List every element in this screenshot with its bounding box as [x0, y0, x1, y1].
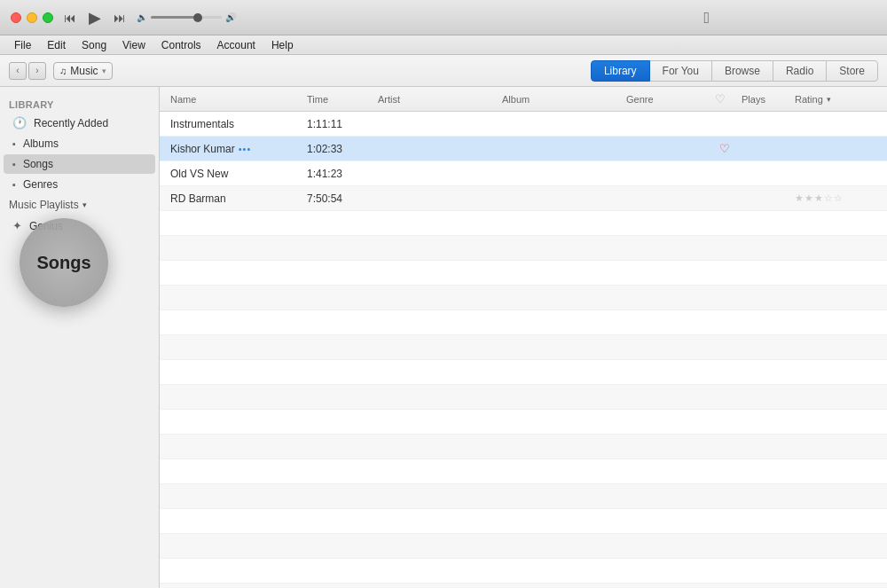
top-tabs: Library For You Browse Radio Store	[592, 60, 878, 82]
cell-time: 1:41:23	[303, 168, 374, 180]
menu-account[interactable]: Account	[210, 37, 263, 53]
volume-thumb	[193, 13, 202, 22]
empty-row	[160, 286, 887, 310]
songs-label: Songs	[23, 158, 53, 170]
cell-heart[interactable]: ♡	[711, 142, 738, 155]
sidebar-item-songs[interactable]: ▪ Songs	[4, 154, 155, 174]
table-row[interactable]: RD Barman 7:50:54 ★★★☆☆	[160, 186, 887, 211]
nav-arrows: ‹ ›	[9, 62, 46, 80]
recently-added-icon: 🕐	[12, 116, 27, 129]
playlists-arrow-icon: ▾	[82, 200, 87, 209]
table-row[interactable]: Instrumentals 1:11:11	[160, 112, 887, 137]
cell-time: 1:02:33	[303, 143, 374, 155]
nav-forward-button[interactable]: ›	[28, 62, 46, 80]
empty-row	[160, 534, 887, 559]
table-header: Name Time Artist Album Genre ♡ Plays Rat…	[160, 87, 887, 112]
apple-logo: 	[703, 8, 710, 27]
minimize-button[interactable]	[27, 12, 37, 23]
tab-for-you[interactable]: For You	[649, 60, 712, 82]
menu-bar: File Edit Song View Controls Account Hel…	[0, 35, 887, 55]
library-section-label: Library	[0, 94, 159, 112]
cell-name: Old VS New	[167, 168, 303, 180]
sidebar: Library 🕐 Recently Added ▪ Albums ▪ Song…	[0, 87, 160, 588]
albums-label: Albums	[23, 137, 59, 150]
source-selector[interactable]: ♫ Music ▾	[53, 62, 113, 80]
rating-dropdown-icon[interactable]: ▾	[827, 95, 831, 104]
volume-high-icon: 🔊	[225, 12, 236, 22]
col-name[interactable]: Name	[167, 90, 303, 107]
col-plays[interactable]: Plays	[738, 90, 791, 107]
empty-row	[160, 459, 887, 484]
sidebar-item-recently-added[interactable]: 🕐 Recently Added	[4, 113, 155, 133]
nav-bar: ‹ › ♫ Music ▾ Library For You Browse Rad…	[0, 55, 887, 87]
table-body: Instrumentals 1:11:11 Kishor Kumar ••• 1…	[160, 112, 887, 588]
menu-edit[interactable]: Edit	[40, 37, 73, 53]
playlists-label: Music Playlists	[9, 199, 79, 211]
volume-track[interactable]	[151, 16, 222, 19]
empty-row	[160, 261, 887, 286]
close-button[interactable]	[11, 12, 21, 23]
empty-row	[160, 385, 887, 410]
tab-browse[interactable]: Browse	[711, 60, 773, 82]
col-album[interactable]: Album	[498, 90, 623, 107]
table-row[interactable]: Kishor Kumar ••• 1:02:33 ♡	[160, 137, 887, 161]
sidebar-item-albums[interactable]: ▪ Albums	[4, 134, 155, 153]
songs-icon: ▪	[12, 159, 16, 169]
genres-label: Genres	[23, 178, 58, 191]
cell-time: 1:11:11	[303, 118, 374, 130]
source-label: Music	[70, 65, 98, 77]
tab-library[interactable]: Library	[591, 60, 650, 82]
menu-view[interactable]: View	[115, 37, 153, 53]
cell-rating[interactable]: ★★★☆☆	[791, 192, 880, 204]
menu-controls[interactable]: Controls	[154, 37, 208, 53]
empty-row	[160, 484, 887, 509]
empty-row	[160, 236, 887, 261]
tab-store[interactable]: Store	[826, 60, 878, 82]
empty-row	[160, 584, 887, 588]
cell-time: 7:50:54	[303, 192, 374, 205]
source-dropdown-icon: ▾	[102, 67, 106, 75]
table-row[interactable]: Old VS New 1:41:23	[160, 161, 887, 186]
playback-controls: ⏮ ▶ ⏭	[64, 8, 126, 27]
rewind-button[interactable]: ⏮	[64, 11, 76, 25]
col-heart: ♡	[711, 90, 738, 107]
menu-file[interactable]: File	[7, 37, 38, 53]
playlists-section[interactable]: Music Playlists ▾	[0, 195, 159, 215]
songs-overlay-label: Songs	[36, 253, 90, 273]
col-rating[interactable]: Rating ▾	[791, 90, 880, 107]
empty-row	[160, 509, 887, 534]
empty-row	[160, 310, 887, 335]
empty-row	[160, 410, 887, 435]
genius-icon: ✦	[12, 219, 22, 232]
albums-icon: ▪	[12, 138, 16, 149]
cell-name: Kishor Kumar •••	[167, 143, 303, 155]
content-area: Name Time Artist Album Genre ♡ Plays Rat…	[160, 87, 887, 588]
title-bar: ⏮ ▶ ⏭ 🔈 🔊 	[0, 0, 887, 35]
cell-name: Instrumentals	[167, 118, 303, 130]
volume-low-icon: 🔈	[137, 12, 147, 22]
window-controls	[11, 12, 53, 23]
menu-help[interactable]: Help	[264, 37, 301, 53]
empty-row	[160, 559, 887, 584]
tab-radio[interactable]: Radio	[773, 60, 827, 82]
rating-label: Rating	[795, 94, 823, 105]
nav-back-button[interactable]: ‹	[9, 62, 27, 80]
empty-row	[160, 360, 887, 385]
volume-slider[interactable]: 🔈 🔊	[137, 12, 236, 22]
col-genre[interactable]: Genre	[623, 90, 711, 107]
empty-row	[160, 335, 887, 360]
genres-icon: ▪	[12, 179, 16, 190]
forward-button[interactable]: ⏭	[114, 11, 126, 25]
col-time[interactable]: Time	[303, 90, 374, 107]
music-icon: ♫	[59, 66, 67, 76]
col-artist[interactable]: Artist	[374, 90, 498, 107]
empty-row	[160, 211, 887, 236]
menu-song[interactable]: Song	[75, 37, 114, 53]
maximize-button[interactable]	[43, 12, 53, 23]
empty-row	[160, 435, 887, 459]
cell-name: RD Barman	[167, 192, 303, 205]
songs-overlay[interactable]: Songs	[20, 218, 108, 307]
recently-added-label: Recently Added	[34, 117, 108, 129]
sidebar-item-genres[interactable]: ▪ Genres	[4, 175, 155, 194]
play-button[interactable]: ▶	[89, 8, 101, 27]
